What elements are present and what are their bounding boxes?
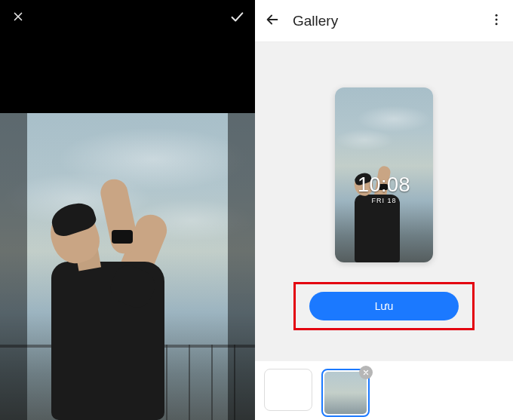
thumbnail-remove-button[interactable]	[359, 366, 373, 379]
back-button[interactable]	[264, 11, 281, 31]
svg-point-0	[496, 14, 498, 16]
crop-editor-screen	[0, 0, 255, 420]
save-button-label: Lưu	[375, 300, 394, 312]
svg-point-2	[496, 23, 498, 25]
confirm-button[interactable]	[228, 8, 246, 26]
arrow-left-icon	[264, 11, 281, 28]
crop-mask-left	[0, 113, 27, 420]
thumbnail-selected[interactable]	[321, 369, 370, 417]
crop-canvas[interactable]	[0, 113, 255, 420]
photo-content	[0, 113, 255, 420]
thumbnail-strip	[255, 361, 513, 420]
gallery-wallpaper-screen: Gallery 10:08 FRI 18 Lưu	[255, 0, 513, 420]
thumbnail-image	[324, 372, 367, 414]
check-icon	[229, 8, 245, 25]
lockscreen-clock: 10:08 FRI 18	[335, 175, 433, 204]
cancel-button[interactable]	[9, 8, 27, 26]
svg-point-1	[496, 18, 498, 20]
more-button[interactable]	[489, 12, 504, 30]
more-vertical-icon	[489, 12, 504, 27]
annotation-highlight: Lưu	[293, 282, 475, 330]
save-button[interactable]: Lưu	[309, 292, 459, 320]
close-icon	[11, 10, 25, 23]
thumbnail-slot-empty[interactable]	[264, 369, 312, 411]
gallery-topbar: Gallery	[255, 0, 513, 42]
crop-mask-right	[228, 113, 255, 420]
clock-time: 10:08	[335, 175, 433, 195]
crop-topbar	[0, 0, 255, 24]
close-icon	[362, 369, 370, 376]
wallpaper-preview[interactable]: 10:08 FRI 18	[335, 87, 433, 262]
page-title: Gallery	[293, 13, 477, 29]
clock-date: FRI 18	[335, 197, 433, 204]
